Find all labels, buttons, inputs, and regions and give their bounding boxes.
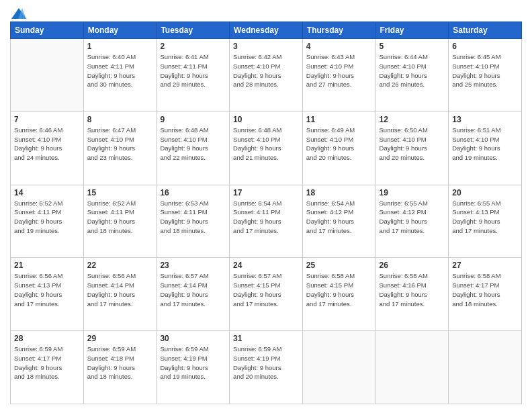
day-info: Sunrise: 6:40 AMSunset: 4:11 PMDaylight:…	[87, 52, 153, 89]
day-info: Sunrise: 6:58 AMSunset: 4:15 PMDaylight:…	[306, 271, 372, 308]
day-info: Sunrise: 6:47 AMSunset: 4:10 PMDaylight:…	[87, 126, 153, 163]
table-row: 6Sunrise: 6:45 AMSunset: 4:10 PMDaylight…	[449, 39, 522, 112]
day-info: Sunrise: 6:56 AMSunset: 4:13 PMDaylight:…	[14, 271, 80, 308]
day-number: 23	[160, 261, 226, 270]
day-info: Sunrise: 6:49 AMSunset: 4:10 PMDaylight:…	[306, 126, 372, 163]
day-number: 24	[233, 261, 299, 270]
day-number: 6	[452, 42, 518, 51]
calendar-week-row: 28Sunrise: 6:59 AMSunset: 4:17 PMDayligh…	[11, 331, 522, 404]
day-number: 3	[233, 42, 299, 51]
table-row: 26Sunrise: 6:58 AMSunset: 4:16 PMDayligh…	[375, 258, 449, 331]
day-number: 29	[87, 334, 153, 343]
day-info: Sunrise: 6:57 AMSunset: 4:15 PMDaylight:…	[233, 271, 299, 308]
table-row	[449, 331, 522, 404]
day-number: 10	[233, 115, 299, 124]
day-number: 16	[160, 188, 226, 197]
day-number: 8	[87, 115, 153, 124]
table-row: 12Sunrise: 6:50 AMSunset: 4:10 PMDayligh…	[375, 111, 449, 185]
day-number: 22	[87, 261, 153, 270]
day-info: Sunrise: 6:46 AMSunset: 4:10 PMDaylight:…	[14, 126, 80, 163]
day-number: 28	[14, 334, 80, 343]
day-info: Sunrise: 6:48 AMSunset: 4:10 PMDaylight:…	[160, 126, 226, 163]
table-row	[11, 39, 84, 112]
table-row: 18Sunrise: 6:54 AMSunset: 4:12 PMDayligh…	[302, 185, 375, 258]
table-row: 21Sunrise: 6:56 AMSunset: 4:13 PMDayligh…	[11, 258, 84, 331]
table-row: 7Sunrise: 6:46 AMSunset: 4:10 PMDaylight…	[11, 111, 84, 185]
calendar-week-row: 1Sunrise: 6:40 AMSunset: 4:11 PMDaylight…	[11, 39, 522, 112]
table-row: 11Sunrise: 6:49 AMSunset: 4:10 PMDayligh…	[302, 111, 375, 185]
table-row: 14Sunrise: 6:52 AMSunset: 4:11 PMDayligh…	[11, 185, 84, 258]
table-row: 22Sunrise: 6:56 AMSunset: 4:14 PMDayligh…	[83, 258, 157, 331]
day-number: 11	[306, 115, 372, 124]
day-number: 19	[380, 188, 445, 197]
table-row: 24Sunrise: 6:57 AMSunset: 4:15 PMDayligh…	[230, 258, 303, 331]
col-tuesday: Tuesday	[157, 22, 230, 39]
table-row	[302, 331, 375, 404]
table-row: 27Sunrise: 6:58 AMSunset: 4:17 PMDayligh…	[449, 258, 522, 331]
header	[10, 7, 522, 16]
table-row: 5Sunrise: 6:44 AMSunset: 4:10 PMDaylight…	[375, 39, 449, 112]
table-row	[375, 331, 449, 404]
day-number: 14	[14, 188, 80, 197]
day-info: Sunrise: 6:56 AMSunset: 4:14 PMDaylight:…	[87, 271, 153, 308]
day-info: Sunrise: 6:59 AMSunset: 4:17 PMDaylight:…	[14, 345, 80, 381]
day-info: Sunrise: 6:53 AMSunset: 4:11 PMDaylight:…	[160, 199, 226, 236]
col-wednesday: Wednesday	[230, 22, 303, 39]
table-row: 10Sunrise: 6:48 AMSunset: 4:10 PMDayligh…	[230, 111, 303, 185]
calendar-week-row: 14Sunrise: 6:52 AMSunset: 4:11 PMDayligh…	[11, 185, 522, 258]
day-info: Sunrise: 6:58 AMSunset: 4:17 PMDaylight:…	[452, 271, 518, 308]
table-row: 15Sunrise: 6:52 AMSunset: 4:11 PMDayligh…	[83, 185, 157, 258]
table-row: 29Sunrise: 6:59 AMSunset: 4:18 PMDayligh…	[83, 331, 157, 404]
day-number: 13	[452, 115, 518, 124]
col-thursday: Thursday	[302, 22, 375, 39]
day-info: Sunrise: 6:55 AMSunset: 4:12 PMDaylight:…	[380, 199, 445, 236]
day-info: Sunrise: 6:58 AMSunset: 4:16 PMDaylight:…	[380, 271, 445, 308]
col-sunday: Sunday	[11, 22, 84, 39]
day-number: 30	[160, 334, 226, 343]
day-info: Sunrise: 6:44 AMSunset: 4:10 PMDaylight:…	[380, 52, 445, 89]
day-number: 12	[380, 115, 445, 124]
day-info: Sunrise: 6:57 AMSunset: 4:14 PMDaylight:…	[160, 271, 226, 308]
day-info: Sunrise: 6:52 AMSunset: 4:11 PMDaylight:…	[14, 199, 80, 236]
day-number: 31	[233, 334, 299, 343]
day-number: 7	[14, 115, 80, 124]
table-row: 4Sunrise: 6:43 AMSunset: 4:10 PMDaylight…	[302, 39, 375, 112]
day-number: 15	[87, 188, 153, 197]
page: Sunday Monday Tuesday Wednesday Thursday…	[0, 0, 532, 411]
calendar-table: Sunday Monday Tuesday Wednesday Thursday…	[10, 21, 522, 404]
day-info: Sunrise: 6:52 AMSunset: 4:11 PMDaylight:…	[87, 199, 153, 236]
table-row: 13Sunrise: 6:51 AMSunset: 4:10 PMDayligh…	[449, 111, 522, 185]
table-row: 30Sunrise: 6:59 AMSunset: 4:19 PMDayligh…	[157, 331, 230, 404]
table-row: 8Sunrise: 6:47 AMSunset: 4:10 PMDaylight…	[83, 111, 157, 185]
day-info: Sunrise: 6:41 AMSunset: 4:11 PMDaylight:…	[160, 52, 226, 89]
day-info: Sunrise: 6:54 AMSunset: 4:12 PMDaylight:…	[306, 199, 372, 236]
day-number: 4	[306, 42, 372, 51]
table-row: 31Sunrise: 6:59 AMSunset: 4:19 PMDayligh…	[230, 331, 303, 404]
day-number: 20	[452, 188, 518, 197]
table-row: 17Sunrise: 6:54 AMSunset: 4:11 PMDayligh…	[230, 185, 303, 258]
day-info: Sunrise: 6:59 AMSunset: 4:19 PMDaylight:…	[160, 345, 226, 381]
day-number: 1	[87, 42, 153, 51]
day-number: 17	[233, 188, 299, 197]
logo	[10, 7, 26, 16]
day-number: 26	[380, 261, 445, 270]
table-row: 28Sunrise: 6:59 AMSunset: 4:17 PMDayligh…	[11, 331, 84, 404]
day-number: 21	[14, 261, 80, 270]
day-number: 18	[306, 188, 372, 197]
day-number: 2	[160, 42, 226, 51]
day-info: Sunrise: 6:55 AMSunset: 4:13 PMDaylight:…	[452, 199, 518, 236]
day-info: Sunrise: 6:45 AMSunset: 4:10 PMDaylight:…	[452, 52, 518, 89]
logo-icon	[11, 7, 26, 19]
calendar-header-row: Sunday Monday Tuesday Wednesday Thursday…	[11, 22, 522, 39]
table-row: 19Sunrise: 6:55 AMSunset: 4:12 PMDayligh…	[375, 185, 449, 258]
table-row: 1Sunrise: 6:40 AMSunset: 4:11 PMDaylight…	[83, 39, 157, 112]
col-saturday: Saturday	[449, 22, 522, 39]
table-row: 20Sunrise: 6:55 AMSunset: 4:13 PMDayligh…	[449, 185, 522, 258]
table-row: 9Sunrise: 6:48 AMSunset: 4:10 PMDaylight…	[157, 111, 230, 185]
day-info: Sunrise: 6:42 AMSunset: 4:10 PMDaylight:…	[233, 52, 299, 89]
col-monday: Monday	[83, 22, 157, 39]
table-row: 3Sunrise: 6:42 AMSunset: 4:10 PMDaylight…	[230, 39, 303, 112]
table-row: 16Sunrise: 6:53 AMSunset: 4:11 PMDayligh…	[157, 185, 230, 258]
table-row: 23Sunrise: 6:57 AMSunset: 4:14 PMDayligh…	[157, 258, 230, 331]
table-row: 25Sunrise: 6:58 AMSunset: 4:15 PMDayligh…	[302, 258, 375, 331]
